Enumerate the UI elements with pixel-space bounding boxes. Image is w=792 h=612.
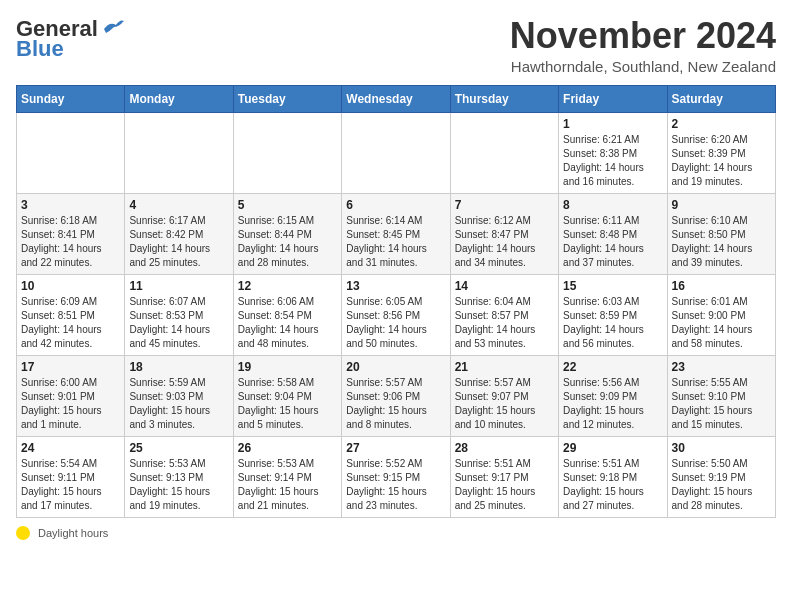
calendar-cell-w2-d0: 3Sunrise: 6:18 AM Sunset: 8:41 PM Daylig… bbox=[17, 193, 125, 274]
day-info: Sunrise: 6:15 AM Sunset: 8:44 PM Dayligh… bbox=[238, 214, 337, 270]
logo: General Blue bbox=[16, 16, 124, 62]
calendar-cell-w3-d3: 13Sunrise: 6:05 AM Sunset: 8:56 PM Dayli… bbox=[342, 274, 450, 355]
day-info: Sunrise: 6:01 AM Sunset: 9:00 PM Dayligh… bbox=[672, 295, 771, 351]
day-info: Sunrise: 6:03 AM Sunset: 8:59 PM Dayligh… bbox=[563, 295, 662, 351]
location-label: Hawthorndale, Southland, New Zealand bbox=[510, 58, 776, 75]
day-number: 30 bbox=[672, 441, 771, 455]
day-number: 26 bbox=[238, 441, 337, 455]
calendar-cell-w1-d1 bbox=[125, 112, 233, 193]
calendar-cell-w1-d2 bbox=[233, 112, 341, 193]
calendar-cell-w4-d6: 23Sunrise: 5:55 AM Sunset: 9:10 PM Dayli… bbox=[667, 355, 775, 436]
day-info: Sunrise: 6:05 AM Sunset: 8:56 PM Dayligh… bbox=[346, 295, 445, 351]
week-row-2: 3Sunrise: 6:18 AM Sunset: 8:41 PM Daylig… bbox=[17, 193, 776, 274]
legend-sun-icon bbox=[16, 526, 30, 540]
calendar-cell-w5-d5: 29Sunrise: 5:51 AM Sunset: 9:18 PM Dayli… bbox=[559, 436, 667, 517]
day-info: Sunrise: 5:52 AM Sunset: 9:15 PM Dayligh… bbox=[346, 457, 445, 513]
day-number: 6 bbox=[346, 198, 445, 212]
calendar-cell-w2-d1: 4Sunrise: 6:17 AM Sunset: 8:42 PM Daylig… bbox=[125, 193, 233, 274]
day-info: Sunrise: 6:09 AM Sunset: 8:51 PM Dayligh… bbox=[21, 295, 120, 351]
header-tuesday: Tuesday bbox=[233, 85, 341, 112]
day-number: 25 bbox=[129, 441, 228, 455]
day-info: Sunrise: 5:51 AM Sunset: 9:18 PM Dayligh… bbox=[563, 457, 662, 513]
day-info: Sunrise: 5:50 AM Sunset: 9:19 PM Dayligh… bbox=[672, 457, 771, 513]
calendar-cell-w5-d3: 27Sunrise: 5:52 AM Sunset: 9:15 PM Dayli… bbox=[342, 436, 450, 517]
calendar-cell-w2-d3: 6Sunrise: 6:14 AM Sunset: 8:45 PM Daylig… bbox=[342, 193, 450, 274]
day-info: Sunrise: 5:59 AM Sunset: 9:03 PM Dayligh… bbox=[129, 376, 228, 432]
calendar-cell-w3-d1: 11Sunrise: 6:07 AM Sunset: 8:53 PM Dayli… bbox=[125, 274, 233, 355]
calendar-cell-w1-d5: 1Sunrise: 6:21 AM Sunset: 8:38 PM Daylig… bbox=[559, 112, 667, 193]
day-number: 13 bbox=[346, 279, 445, 293]
calendar-cell-w3-d6: 16Sunrise: 6:01 AM Sunset: 9:00 PM Dayli… bbox=[667, 274, 775, 355]
day-number: 24 bbox=[21, 441, 120, 455]
day-info: Sunrise: 6:12 AM Sunset: 8:47 PM Dayligh… bbox=[455, 214, 554, 270]
logo-text-blue: Blue bbox=[16, 36, 64, 62]
day-number: 1 bbox=[563, 117, 662, 131]
calendar-cell-w4-d5: 22Sunrise: 5:56 AM Sunset: 9:09 PM Dayli… bbox=[559, 355, 667, 436]
day-info: Sunrise: 6:11 AM Sunset: 8:48 PM Dayligh… bbox=[563, 214, 662, 270]
day-number: 14 bbox=[455, 279, 554, 293]
calendar-cell-w5-d6: 30Sunrise: 5:50 AM Sunset: 9:19 PM Dayli… bbox=[667, 436, 775, 517]
day-number: 16 bbox=[672, 279, 771, 293]
header-thursday: Thursday bbox=[450, 85, 558, 112]
calendar-cell-w4-d3: 20Sunrise: 5:57 AM Sunset: 9:06 PM Dayli… bbox=[342, 355, 450, 436]
calendar-cell-w5-d4: 28Sunrise: 5:51 AM Sunset: 9:17 PM Dayli… bbox=[450, 436, 558, 517]
calendar-cell-w3-d5: 15Sunrise: 6:03 AM Sunset: 8:59 PM Dayli… bbox=[559, 274, 667, 355]
day-number: 3 bbox=[21, 198, 120, 212]
calendar-cell-w1-d6: 2Sunrise: 6:20 AM Sunset: 8:39 PM Daylig… bbox=[667, 112, 775, 193]
calendar-cell-w1-d4 bbox=[450, 112, 558, 193]
legend-daylight-label: Daylight hours bbox=[38, 527, 108, 539]
day-info: Sunrise: 5:53 AM Sunset: 9:13 PM Dayligh… bbox=[129, 457, 228, 513]
day-info: Sunrise: 5:57 AM Sunset: 9:07 PM Dayligh… bbox=[455, 376, 554, 432]
day-info: Sunrise: 6:07 AM Sunset: 8:53 PM Dayligh… bbox=[129, 295, 228, 351]
day-number: 11 bbox=[129, 279, 228, 293]
day-info: Sunrise: 6:06 AM Sunset: 8:54 PM Dayligh… bbox=[238, 295, 337, 351]
day-info: Sunrise: 5:58 AM Sunset: 9:04 PM Dayligh… bbox=[238, 376, 337, 432]
header-saturday: Saturday bbox=[667, 85, 775, 112]
calendar-cell-w3-d2: 12Sunrise: 6:06 AM Sunset: 8:54 PM Dayli… bbox=[233, 274, 341, 355]
calendar-cell-w2-d6: 9Sunrise: 6:10 AM Sunset: 8:50 PM Daylig… bbox=[667, 193, 775, 274]
day-number: 15 bbox=[563, 279, 662, 293]
calendar-legend: Daylight hours bbox=[16, 526, 776, 540]
header-monday: Monday bbox=[125, 85, 233, 112]
header-friday: Friday bbox=[559, 85, 667, 112]
calendar-cell-w3-d0: 10Sunrise: 6:09 AM Sunset: 8:51 PM Dayli… bbox=[17, 274, 125, 355]
calendar-cell-w3-d4: 14Sunrise: 6:04 AM Sunset: 8:57 PM Dayli… bbox=[450, 274, 558, 355]
day-number: 23 bbox=[672, 360, 771, 374]
calendar-cell-w1-d0 bbox=[17, 112, 125, 193]
calendar-cell-w2-d2: 5Sunrise: 6:15 AM Sunset: 8:44 PM Daylig… bbox=[233, 193, 341, 274]
day-number: 21 bbox=[455, 360, 554, 374]
calendar-table: SundayMondayTuesdayWednesdayThursdayFrid… bbox=[16, 85, 776, 518]
calendar-cell-w5-d0: 24Sunrise: 5:54 AM Sunset: 9:11 PM Dayli… bbox=[17, 436, 125, 517]
day-info: Sunrise: 5:51 AM Sunset: 9:17 PM Dayligh… bbox=[455, 457, 554, 513]
day-number: 27 bbox=[346, 441, 445, 455]
day-info: Sunrise: 5:57 AM Sunset: 9:06 PM Dayligh… bbox=[346, 376, 445, 432]
calendar-cell-w5-d1: 25Sunrise: 5:53 AM Sunset: 9:13 PM Dayli… bbox=[125, 436, 233, 517]
day-info: Sunrise: 5:53 AM Sunset: 9:14 PM Dayligh… bbox=[238, 457, 337, 513]
calendar-header-row: SundayMondayTuesdayWednesdayThursdayFrid… bbox=[17, 85, 776, 112]
month-title: November 2024 bbox=[510, 16, 776, 56]
calendar-cell-w4-d4: 21Sunrise: 5:57 AM Sunset: 9:07 PM Dayli… bbox=[450, 355, 558, 436]
title-section: November 2024 Hawthorndale, Southland, N… bbox=[510, 16, 776, 75]
calendar-cell-w1-d3 bbox=[342, 112, 450, 193]
day-number: 4 bbox=[129, 198, 228, 212]
day-info: Sunrise: 6:14 AM Sunset: 8:45 PM Dayligh… bbox=[346, 214, 445, 270]
day-number: 9 bbox=[672, 198, 771, 212]
day-info: Sunrise: 5:56 AM Sunset: 9:09 PM Dayligh… bbox=[563, 376, 662, 432]
week-row-4: 17Sunrise: 6:00 AM Sunset: 9:01 PM Dayli… bbox=[17, 355, 776, 436]
calendar-cell-w4-d2: 19Sunrise: 5:58 AM Sunset: 9:04 PM Dayli… bbox=[233, 355, 341, 436]
day-number: 19 bbox=[238, 360, 337, 374]
day-number: 20 bbox=[346, 360, 445, 374]
day-number: 12 bbox=[238, 279, 337, 293]
day-number: 8 bbox=[563, 198, 662, 212]
calendar-cell-w2-d4: 7Sunrise: 6:12 AM Sunset: 8:47 PM Daylig… bbox=[450, 193, 558, 274]
day-number: 5 bbox=[238, 198, 337, 212]
calendar-cell-w4-d0: 17Sunrise: 6:00 AM Sunset: 9:01 PM Dayli… bbox=[17, 355, 125, 436]
day-number: 18 bbox=[129, 360, 228, 374]
day-info: Sunrise: 5:54 AM Sunset: 9:11 PM Dayligh… bbox=[21, 457, 120, 513]
header-wednesday: Wednesday bbox=[342, 85, 450, 112]
logo-bird-icon bbox=[102, 19, 124, 37]
day-number: 2 bbox=[672, 117, 771, 131]
day-info: Sunrise: 6:21 AM Sunset: 8:38 PM Dayligh… bbox=[563, 133, 662, 189]
page-header: General Blue November 2024 Hawthorndale,… bbox=[16, 16, 776, 75]
day-info: Sunrise: 6:04 AM Sunset: 8:57 PM Dayligh… bbox=[455, 295, 554, 351]
